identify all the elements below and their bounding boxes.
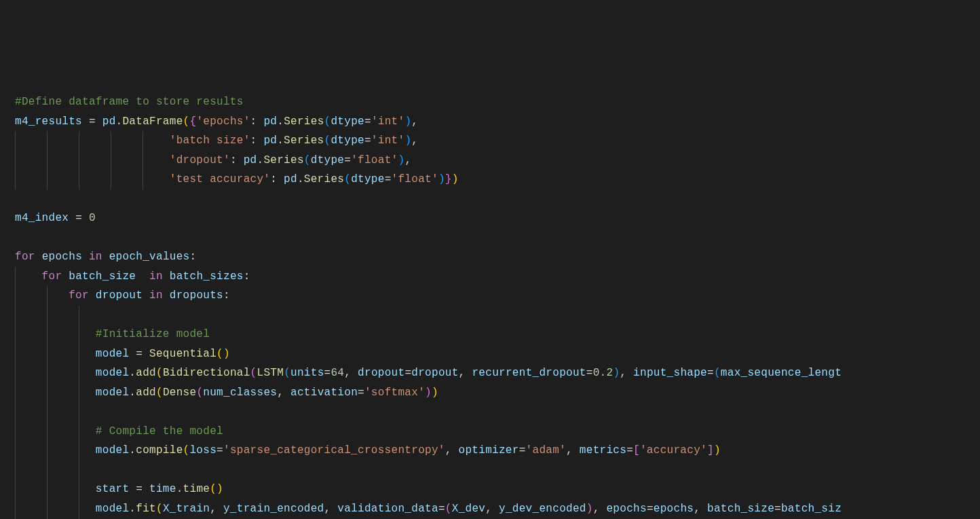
code-token: fit	[136, 503, 156, 515]
code-token: pd	[263, 115, 277, 128]
indent-guide	[79, 344, 79, 364]
indent-guide	[15, 422, 16, 442]
indent-guide	[15, 363, 16, 383]
code-token: .	[129, 444, 136, 457]
code-token: in	[149, 270, 163, 283]
indent-guide	[47, 170, 48, 190]
code-token: X_dev	[452, 503, 486, 515]
code-token: epochs	[42, 251, 82, 263]
indent-guide	[15, 344, 16, 364]
indent-guide	[111, 170, 111, 190]
code-token: =	[519, 444, 526, 457]
code-line: model.compile(loss='sparse_categorical_c…	[15, 441, 980, 461]
code-token: )	[398, 154, 404, 166]
code-token: )	[613, 367, 620, 379]
code-token: dtype	[311, 154, 345, 166]
code-token: (	[445, 503, 452, 515]
code-token	[96, 309, 102, 321]
code-token: m4_results	[15, 115, 82, 128]
indent-guide	[15, 480, 16, 499]
code-token: )	[438, 173, 445, 185]
indent-guide	[15, 402, 16, 422]
code-token: (	[324, 135, 331, 147]
code-token: (	[183, 115, 190, 128]
code-token: dropout	[411, 367, 458, 379]
indent-guide	[47, 480, 48, 499]
indent-guide	[111, 131, 111, 151]
indent-guide	[79, 383, 79, 403]
code-line: 'test accuracy': pd.Series(dtype='float'…	[15, 170, 980, 190]
code-token: (	[344, 173, 351, 185]
code-token: ,	[694, 503, 707, 515]
code-line: 'dropout': pd.Series(dtype='float'),	[15, 151, 980, 171]
indent-guide	[47, 383, 48, 403]
code-token: dropout	[96, 289, 143, 302]
code-token: model	[96, 503, 130, 515]
code-token: pd	[244, 154, 257, 166]
code-token	[129, 483, 136, 495]
code-token: dtype	[331, 135, 364, 147]
code-token: )	[404, 135, 411, 147]
code-token	[89, 289, 96, 302]
code-token	[15, 135, 170, 147]
code-token: 'accuracy'	[640, 444, 707, 457]
code-token: :	[250, 115, 264, 128]
code-token	[15, 193, 22, 205]
code-token	[143, 289, 149, 302]
code-token: {	[189, 115, 196, 128]
code-token: 'float'	[351, 154, 398, 166]
code-token: #Define dataframe to store results	[15, 96, 244, 108]
code-token: =	[647, 503, 654, 515]
code-token: ,	[404, 154, 411, 166]
code-token: .	[257, 154, 264, 166]
code-token: for	[69, 289, 89, 302]
code-token	[96, 406, 102, 418]
code-token: 'int'	[371, 115, 405, 128]
code-token: =	[586, 367, 593, 379]
code-token: Sequential	[149, 348, 216, 360]
code-line	[15, 190, 980, 209]
code-token	[15, 232, 22, 244]
code-token: model	[96, 348, 130, 360]
code-token: 'float'	[392, 173, 438, 185]
code-token: )	[452, 173, 459, 185]
code-token: )	[425, 387, 432, 399]
code-token: =	[364, 115, 371, 128]
code-token: ,	[566, 444, 580, 457]
indent-guide	[47, 422, 48, 442]
code-token: :	[223, 289, 230, 302]
code-token: :	[250, 135, 264, 147]
code-token	[129, 348, 136, 360]
indent-guide	[15, 325, 16, 344]
code-token: 64	[331, 367, 344, 379]
code-token: ,	[459, 367, 472, 379]
code-line	[15, 306, 980, 325]
code-token: (	[210, 483, 216, 495]
code-token	[143, 348, 149, 360]
code-token	[82, 212, 89, 224]
code-token: (	[156, 387, 163, 399]
code-line: for dropout in dropouts:	[15, 286, 980, 306]
code-token: .	[116, 115, 123, 128]
indent-guide	[79, 402, 79, 422]
code-token: units	[290, 367, 324, 379]
code-token: time	[149, 483, 176, 495]
code-token: time	[183, 483, 210, 495]
code-token: ,	[277, 387, 290, 399]
code-token	[143, 483, 149, 495]
indent-guide	[47, 286, 48, 306]
code-token: =	[364, 135, 371, 147]
code-token: 0	[89, 212, 96, 224]
code-token: :	[230, 154, 244, 166]
code-token: DataFrame	[122, 115, 183, 128]
code-line	[15, 461, 980, 480]
code-line	[15, 402, 980, 422]
code-token: .	[176, 483, 183, 495]
code-token: .	[129, 387, 136, 399]
code-token: dtype	[331, 115, 364, 128]
code-line: model.add(Dense(num_classes, activation=…	[15, 383, 980, 403]
code-token: :	[270, 173, 284, 185]
code-token: Series	[284, 115, 324, 128]
code-line: #Define dataframe to store results	[15, 92, 980, 112]
indent-guide	[79, 363, 79, 383]
